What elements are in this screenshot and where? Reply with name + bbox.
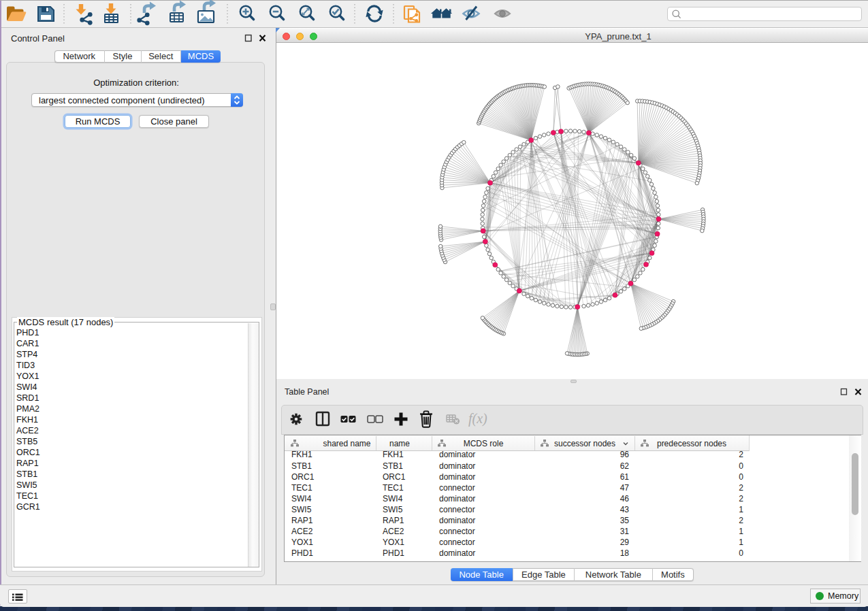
svg-text:f(x): f(x) <box>468 411 487 427</box>
